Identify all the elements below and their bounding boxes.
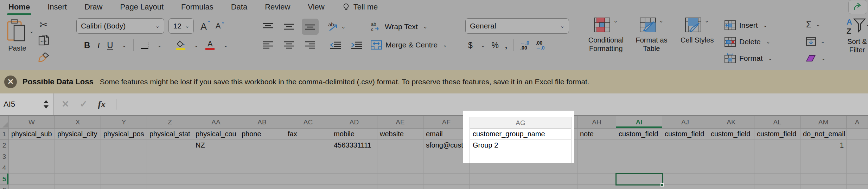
cell-aa4[interactable] [193,162,239,174]
row-header-6[interactable]: 6 [0,185,9,189]
format-cells-chevron[interactable]: ⌄ [768,55,773,61]
cell-al1[interactable]: custom_field [754,129,800,140]
column-header-ah[interactable]: AH [577,116,616,129]
cell-ah5[interactable] [577,174,616,185]
cell-ai3[interactable] [616,151,662,162]
cell-z5[interactable] [147,174,193,185]
underline-chevron[interactable]: ⌄ [122,42,127,48]
cell-al6[interactable] [754,185,800,189]
cell-y1[interactable]: physical_pos [101,129,147,140]
fill-handle[interactable] [660,183,664,187]
cell-styles-chevron[interactable]: ⌄ [704,18,709,24]
row-header-2[interactable]: 2 [0,140,9,151]
align-bottom-button[interactable] [302,19,319,35]
increase-decimal-button[interactable]: .00 →.0 [536,40,545,50]
fill-chevron[interactable]: ⌄ [821,38,825,45]
increase-indent-button[interactable] [349,37,365,53]
cell-al4[interactable] [754,162,800,174]
autosum-button[interactable]: Σ ⌄ [806,16,826,33]
orientation-button[interactable]: ab ⌄ [327,21,346,32]
row-header-5[interactable]: 5 [0,174,9,185]
cell-ac2[interactable] [285,140,331,151]
align-right-button[interactable] [302,37,319,53]
cell-x1[interactable]: physical_city [55,129,101,140]
cell-ac4[interactable] [285,162,331,174]
cell-w3[interactable] [9,151,55,162]
ag-row3-cell[interactable] [470,151,571,162]
cell-ae3[interactable] [377,151,423,162]
column-header-ak[interactable]: AK [708,116,754,129]
cell-ak2[interactable] [708,140,754,151]
cell-ak5[interactable] [708,174,754,185]
cell-y4[interactable] [101,162,147,174]
share-button[interactable] [848,0,867,14]
align-center-button[interactable] [281,37,298,53]
format-cells-button[interactable]: Format ⌄ [725,50,798,66]
cell-ag4[interactable] [470,162,577,174]
tab-insert[interactable]: Insert [47,1,68,13]
cell-y3[interactable] [101,151,147,162]
wrap-text-chevron[interactable]: ⌄ [423,24,428,30]
cell-ak1[interactable]: custom_field [708,129,754,140]
cell-x2[interactable] [55,140,101,151]
cell-ae1[interactable]: website [377,129,423,140]
tab-draw[interactable]: Draw [84,1,103,13]
cell-a2[interactable] [847,140,868,151]
cell-ad5[interactable] [331,174,377,185]
cell-w2[interactable] [9,140,55,151]
cell-ac1[interactable]: fax [285,129,331,140]
tab-tell-me[interactable]: Tell me [342,1,379,13]
cell-ad1[interactable]: mobile [331,129,377,140]
column-header-ac[interactable]: AC [285,116,331,129]
ag-row1-cell[interactable]: customer_group_name [470,129,571,140]
column-header-ae[interactable]: AE [377,116,423,129]
font-color-chevron[interactable]: ⌄ [223,42,228,48]
insert-cells-button[interactable]: Insert ⌄ [725,17,798,33]
ag-column-header[interactable]: AG [470,117,571,129]
selected-cell-ai5[interactable] [615,173,663,185]
cell-ab6[interactable] [239,185,285,189]
tab-view[interactable]: View [307,1,325,13]
insert-function-button[interactable]: fx [98,99,106,110]
cell-z4[interactable] [147,162,193,174]
insert-cells-chevron[interactable]: ⌄ [763,22,768,28]
cell-w4[interactable] [9,162,55,174]
borders-button[interactable] [141,42,148,49]
cell-aj6[interactable] [662,185,708,189]
row-header-4[interactable]: 4 [0,162,9,174]
format-painter-button[interactable] [38,51,51,63]
conditional-formatting-chevron[interactable]: ⌄ [613,18,618,24]
cell-al2[interactable] [754,140,800,151]
cell-ae4[interactable] [377,162,423,174]
cell-af1[interactable]: email [423,129,470,140]
cell-a4[interactable] [847,162,868,174]
delete-cells-button[interactable]: Delete ⌄ [725,33,798,50]
currency-button[interactable]: $ [468,41,473,50]
fill-button[interactable]: ⌄ [806,33,826,50]
column-header-aj[interactable]: AJ [662,116,708,129]
cell-x3[interactable] [55,151,101,162]
fill-color-chevron[interactable]: ⌄ [194,42,199,48]
paste-button[interactable]: ⌄ Paste [6,19,28,52]
decrease-decimal-button[interactable]: ←.0 .00 [520,40,529,50]
comma-style-button[interactable]: , [505,41,507,50]
borders-chevron[interactable]: ⌄ [157,42,162,48]
tab-review[interactable]: Review [264,1,291,13]
cell-ac6[interactable] [285,185,331,189]
cell-ai2[interactable] [616,140,662,151]
clear-button[interactable]: ⌄ [806,50,826,67]
cut-button[interactable]: ✂ [39,19,47,31]
name-box-stepper[interactable] [44,100,53,109]
cell-x4[interactable] [55,162,101,174]
autosum-chevron[interactable]: ⌄ [816,21,821,28]
row-header-1[interactable]: 1 [0,129,9,140]
cell-aa3[interactable] [193,151,239,162]
tab-home[interactable]: Home [8,1,31,13]
cell-z3[interactable] [147,151,193,162]
cell-styles-button[interactable]: ⌄ Cell Styles [677,18,717,70]
column-header-aa[interactable]: AA [193,116,239,129]
cell-a1[interactable] [847,129,868,140]
percent-button[interactable]: % [491,41,498,50]
column-header-x[interactable]: X [55,116,101,129]
number-format-select[interactable]: General ⌄ [465,18,569,34]
